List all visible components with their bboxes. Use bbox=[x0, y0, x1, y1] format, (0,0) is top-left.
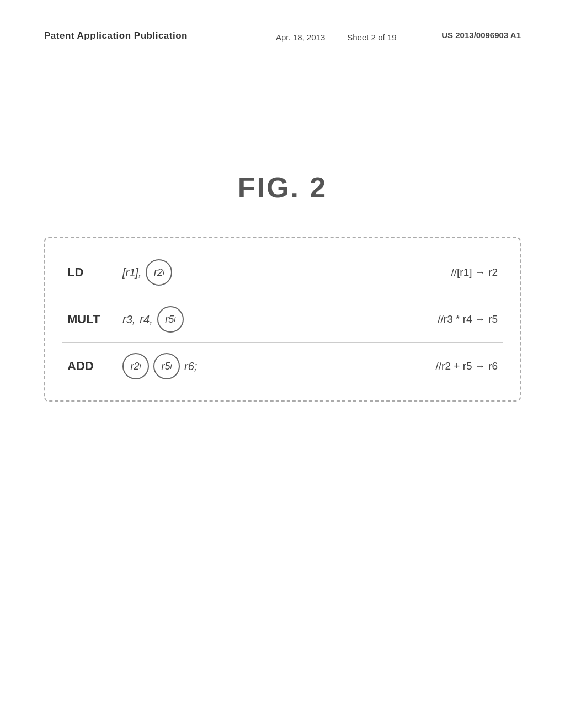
operands-add: r2i r5i r6; bbox=[122, 353, 436, 379]
comment-add: //r2 + r5 → r6 bbox=[436, 360, 498, 372]
instruction-row-ld: LD [r1], r2i //[r1] → r2 bbox=[62, 249, 503, 296]
page: Patent Application Publication Apr. 18, … bbox=[0, 0, 565, 728]
reg-r4-plain: r4, bbox=[140, 313, 152, 326]
instruction-row-mult: MULT r3, r4, r5i //r3 * r4 → r5 bbox=[62, 296, 503, 343]
instruction-row-add: ADD r2i r5i r6; //r2 + r5 → r6 bbox=[62, 343, 503, 389]
reg-r6-plain: r6; bbox=[184, 360, 197, 373]
op-add: ADD bbox=[67, 359, 122, 373]
reg-r5-circled-add: r5i bbox=[153, 353, 180, 379]
operands-ld: [r1], r2i bbox=[122, 259, 451, 286]
sheet-info: Sheet 2 of 19 bbox=[347, 33, 396, 42]
reg-r2-circled-add: r2i bbox=[122, 353, 149, 379]
publication-date: Apr. 18, 2013 bbox=[276, 33, 325, 42]
op-ld: LD bbox=[67, 265, 122, 280]
op-mult: MULT bbox=[67, 312, 122, 326]
operands-mult: r3, r4, r5i bbox=[122, 306, 438, 333]
reg-r5-circled: r5i bbox=[157, 306, 184, 333]
figure-label: FIG. 2 bbox=[238, 171, 327, 204]
comment-ld: //[r1] → r2 bbox=[451, 266, 498, 279]
publication-title: Patent Application Publication bbox=[44, 30, 188, 41]
reg-r3-plain: r3, bbox=[122, 313, 135, 326]
page-header: Patent Application Publication Apr. 18, … bbox=[44, 30, 521, 41]
header-left: Patent Application Publication bbox=[44, 30, 188, 41]
instruction-diagram: LD [r1], r2i //[r1] → r2 MULT r3, r4, r5… bbox=[44, 237, 521, 402]
reg-r1-plain: [r1], bbox=[122, 266, 141, 279]
comment-mult: //r3 * r4 → r5 bbox=[438, 313, 498, 325]
patent-number: US 2013/0096903 A1 bbox=[441, 30, 521, 40]
reg-r2-circled: r2i bbox=[146, 259, 172, 286]
